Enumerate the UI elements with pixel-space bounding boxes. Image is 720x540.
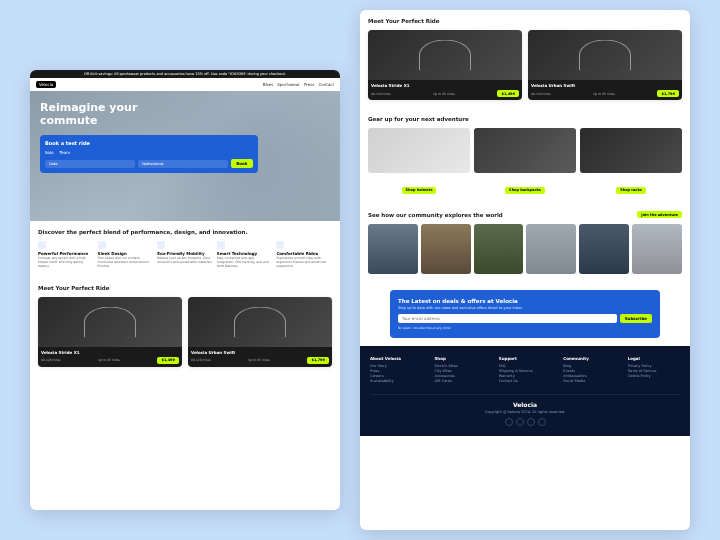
community-images [368,224,682,274]
discover-section: Discover the perfect blend of performanc… [30,221,340,277]
helmet-image [368,128,470,173]
bike-card-2[interactable]: Velocia Urban Swift80-120 milesUp to 65 … [188,297,332,367]
community-image-2[interactable] [421,224,471,274]
leaf-icon [157,241,165,249]
footer-col-about: About VelociaOur StoryPressCareersSustai… [370,356,422,384]
promo-banner: Off-kick savings: All sportswear product… [30,70,340,78]
footer-col-legal: LegalPrivacy PolicyTerms of ServiceCooki… [628,356,680,384]
logo[interactable]: Velocia [36,81,56,88]
bolt-icon [38,241,46,249]
feature-eco: Eco-Friendly MobilityReduce your carbon … [157,241,213,269]
price-btn[interactable]: $1,799 [657,90,679,97]
community-title: See how our community explores the world [368,212,503,218]
bikes-row: Velocia Stride X180-120 milesUp to 85 mi… [38,297,332,367]
nav-link-bikes[interactable]: Bikes [263,82,274,87]
join-button[interactable]: Join the adventure [637,211,682,218]
gear-row: Shop helmets Shop backpacks Shop racks [368,128,682,195]
gear-title: Gear up for your next adventure [368,116,682,122]
youtube-icon[interactable] [538,418,546,426]
shop-racks-btn[interactable]: Shop racks [616,187,646,194]
footer-brand: Velocia [370,401,680,408]
landing-page-left: Off-kick savings: All sportswear product… [30,70,340,510]
footer: About VelociaOur StoryPressCareersSustai… [360,346,690,436]
gear-racks[interactable]: Shop racks [580,128,682,195]
discover-title: Discover the perfect blend of performanc… [38,229,332,235]
feature-performance: Powerful PerformanceConquer any terrain … [38,241,94,269]
tab-solo[interactable]: Solo [45,149,54,156]
tab-team[interactable]: Team [60,149,71,156]
bike-image [38,297,182,347]
seat-icon [276,241,284,249]
community-image-3[interactable] [474,224,524,274]
newsletter-title: The Latest on deals & offers at Velocia [398,298,652,304]
bike-card-r1[interactable]: Velocia Stride X180-120 milesUp to 85 mi… [368,30,522,100]
feature-smart: Smart TechnologyStay connected with app … [217,241,273,269]
newsletter-card: The Latest on deals & offers at Velocia … [390,290,660,338]
meet-section-left: Meet Your Perfect Ride Velocia Stride X1… [30,277,340,375]
hero-title: Reimagine yourcommute [40,101,330,127]
rack-image [580,128,682,173]
nav-links: Bikes Sportswear Press Contact [263,82,334,87]
footer-bottom: Velocia Copyright @ Velocia 2024. All ri… [370,394,680,426]
landing-page-right: Meet Your Perfect Ride Velocia Stride X1… [360,10,690,530]
email-input[interactable] [398,314,617,323]
bikes-row-r: Velocia Stride X180-120 milesUp to 85 mi… [368,30,682,100]
backpack-image [474,128,576,173]
gear-section: Gear up for your next adventure Shop hel… [360,108,690,203]
main-nav: Velocia Bikes Sportswear Press Contact [30,78,340,91]
gear-backpacks[interactable]: Shop backpacks [474,128,576,195]
bike-image [368,30,522,80]
subscribe-button[interactable]: Subscribe [620,314,652,323]
footer-columns: About VelociaOur StoryPressCareersSustai… [370,356,680,384]
price-btn[interactable]: $1,499 [157,357,179,364]
community-image-4[interactable] [526,224,576,274]
bike-card-1[interactable]: Velocia Stride X180-120 milesUp to 85 mi… [38,297,182,367]
twitter-icon[interactable] [516,418,524,426]
bike-card-r2[interactable]: Velocia Urban Swift80-120 milesUp to 65 … [528,30,682,100]
meet-section-right: Meet Your Perfect Ride Velocia Stride X1… [360,10,690,108]
feature-comfort: Comfortable RidesExperience smooth rides… [276,241,332,269]
community-image-5[interactable] [579,224,629,274]
nav-link-sportswear[interactable]: Sportswear [277,82,300,87]
nav-link-press[interactable]: Press [304,82,315,87]
footer-col-support: SupportFAQShipping & ReturnsWarrantyCont… [499,356,551,384]
meet-title-r: Meet Your Perfect Ride [368,18,682,24]
book-button[interactable]: Book [231,159,252,168]
bike-image [528,30,682,80]
design-icon [98,241,106,249]
booking-title: Book a test ride [45,140,253,146]
shop-backpacks-btn[interactable]: Shop backpacks [505,187,545,194]
nav-link-contact[interactable]: Contact [318,82,334,87]
booking-tabs: Solo Team [45,149,253,156]
shop-helmets-btn[interactable]: Shop helmets [402,187,437,194]
price-btn[interactable]: $1,499 [497,90,519,97]
features-row: Powerful PerformanceConquer any terrain … [38,241,332,269]
meet-title: Meet Your Perfect Ride [38,285,332,291]
footer-col-community: CommunityBlogEventsAmbassadorsSocial Med… [563,356,615,384]
hero-section: Reimagine yourcommute Book a test ride S… [30,91,340,221]
social-links [370,418,680,426]
facebook-icon[interactable] [505,418,513,426]
footer-copyright: Copyright @ Velocia 2024. All rights res… [370,410,680,414]
community-image-1[interactable] [368,224,418,274]
feature-design: Sleek DesignTurn heads with our modern, … [98,241,154,269]
newsletter-subtitle: Stay up to date with our news and exclus… [398,306,652,310]
date-input[interactable]: Date [45,160,135,168]
community-section: See how our community explores the world… [360,203,690,282]
price-btn[interactable]: $1,799 [307,357,329,364]
booking-card: Book a test ride Solo Team Date Netherla… [40,135,258,173]
location-input[interactable]: Netherlands [138,160,228,168]
footer-col-shop: ShopElectric BikesCity BikesAccessoriesG… [434,356,486,384]
newsletter-note: No spam. Unsubscribe at any time! [398,326,652,330]
community-image-6[interactable] [632,224,682,274]
bike-image [188,297,332,347]
instagram-icon[interactable] [527,418,535,426]
gear-helmets[interactable]: Shop helmets [368,128,470,195]
chip-icon [217,241,225,249]
